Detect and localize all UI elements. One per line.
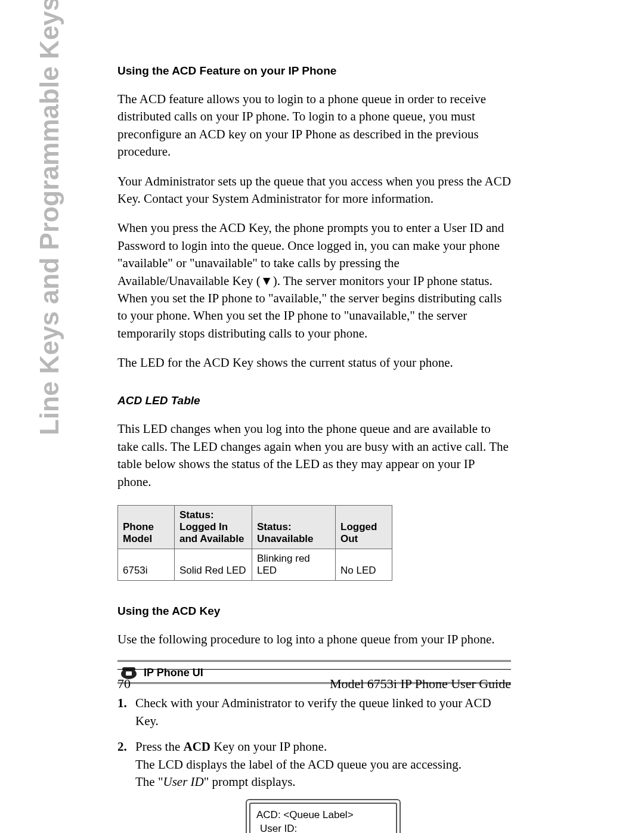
svg-rect-2: [126, 671, 132, 676]
paragraph: This LED changes when you log into the p…: [117, 420, 511, 491]
text-fragment-italic: User ID: [163, 775, 203, 789]
paragraph: When you press the ACD Key, the phone pr…: [117, 219, 511, 342]
table-cell: Solid Red LED: [175, 549, 252, 581]
table-header: Status: Logged In and Available: [175, 506, 252, 549]
table-cell: No LED: [336, 549, 392, 581]
page-footer: 70 Model 6753i IP Phone User Guide: [117, 676, 511, 692]
text-fragment-bold: ACD: [184, 739, 211, 754]
text-fragment: Key on your IP phone.: [210, 739, 327, 754]
table-header: Phone Model: [118, 506, 175, 549]
table-cell: Blinking red LED: [252, 549, 336, 581]
footer-title: Model 6753i IP Phone User Guide: [330, 676, 511, 692]
text-fragment: The LCD displays the label of the ACD qu…: [135, 757, 462, 772]
lcd-screen-illustration: ACD: <Queue Label> User ID: ▼ = Next ▶ =…: [246, 799, 401, 833]
heading-acd-led-table: ACD LED Table: [117, 394, 511, 407]
step-item: Check with your Administrator to verify …: [117, 695, 511, 730]
procedure-steps: Check with your Administrator to verify …: [117, 695, 511, 833]
step-item: Press the ACD Key on your IP phone. The …: [117, 738, 511, 833]
paragraph: Use the following procedure to log into …: [117, 631, 511, 648]
table-row: 6753i Solid Red LED Blinking red LED No …: [118, 549, 392, 581]
text-fragment: Check with your Administrator to verify …: [135, 696, 491, 727]
down-triangle-icon: ▼: [261, 274, 273, 288]
acd-led-table: Phone Model Status: Logged In and Availa…: [117, 505, 392, 581]
footer-rule: [117, 669, 511, 670]
text-fragment: Press the: [135, 739, 184, 754]
text-fragment: The ": [135, 775, 163, 789]
paragraph: Your Administrator sets up the queue tha…: [117, 173, 511, 208]
lcd-inner: ACD: <Queue Label> User ID: ▼ = Next ▶ =…: [249, 803, 397, 833]
page-number: 70: [117, 676, 131, 692]
table-header: Logged Out: [336, 506, 392, 549]
heading-using-acd-feature: Using the ACD Feature on your IP Phone: [117, 64, 511, 78]
lcd-line: ACD: <Queue Label>: [256, 809, 390, 822]
lcd-line: User ID:: [256, 822, 390, 833]
table-cell: 6753i: [118, 549, 175, 581]
paragraph: The ACD feature allows you to login to a…: [117, 91, 511, 161]
sidebar-chapter-title: Line Keys and Programmable Keys: [35, 0, 64, 435]
heading-using-acd-key: Using the ACD Key: [117, 605, 511, 618]
table-header: Status: Unavailable: [252, 506, 336, 549]
page-content: Using the ACD Feature on your IP Phone T…: [117, 64, 511, 833]
paragraph: The LED for the ACD Key shows the curren…: [117, 354, 511, 371]
text-fragment: " prompt displays.: [204, 775, 296, 789]
